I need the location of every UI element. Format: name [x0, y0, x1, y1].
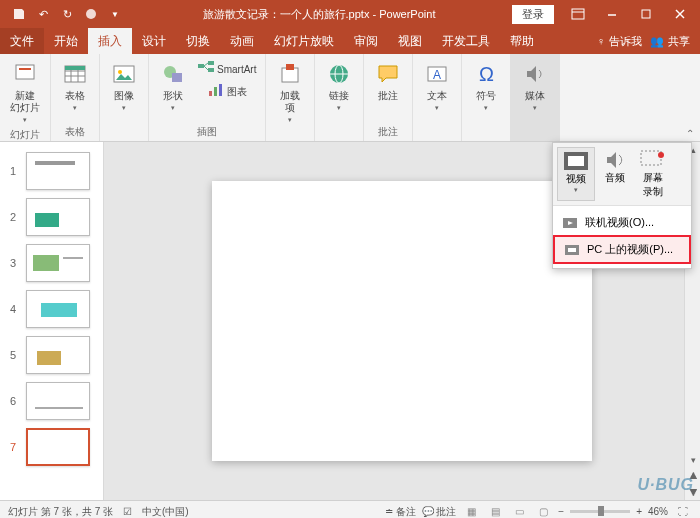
- slideshow-view-icon[interactable]: ▢: [534, 504, 552, 519]
- media-button[interactable]: 媒体 ▾: [517, 58, 553, 114]
- tab-review[interactable]: 审阅: [344, 28, 388, 54]
- slide-thumbnails[interactable]: 1 2 3 4 5 6 7: [0, 142, 104, 500]
- tab-animations[interactable]: 动画: [220, 28, 264, 54]
- title-bar: ↶ ↻ ▼ 旅游散文记录：一个人的旅行.pptx - PowerPoint 登录: [0, 0, 700, 28]
- thumbnail-4[interactable]: 4: [0, 286, 103, 332]
- reading-view-icon[interactable]: ▭: [510, 504, 528, 519]
- login-button[interactable]: 登录: [512, 5, 554, 24]
- scroll-down-icon[interactable]: ▾: [685, 452, 700, 468]
- chevron-down-icon: ▾: [484, 104, 488, 112]
- status-bar: 幻灯片 第 7 张，共 7 张 ☑ 中文(中国) ≐ 备注 💬 批注 ▦ ▤ ▭…: [0, 500, 700, 518]
- pc-video-icon: [565, 243, 581, 257]
- thumbnail-2[interactable]: 2: [0, 194, 103, 240]
- maximize-icon[interactable]: [630, 2, 662, 26]
- smartart-icon: [198, 61, 214, 79]
- svg-rect-38: [641, 151, 661, 165]
- pc-video-item[interactable]: PC 上的视频(P)...: [553, 235, 691, 264]
- video-button[interactable]: 视频 ▾: [557, 147, 595, 201]
- table-button[interactable]: 表格 ▾: [57, 58, 93, 114]
- language-indicator[interactable]: 中文(中国): [142, 505, 189, 519]
- chart-button[interactable]: 图表: [195, 82, 259, 102]
- shapes-button[interactable]: 形状 ▾: [155, 58, 191, 114]
- zoom-out-button[interactable]: −: [558, 506, 564, 517]
- redo-icon[interactable]: ↻: [56, 3, 78, 25]
- zoom-in-button[interactable]: +: [636, 506, 642, 517]
- comment-button[interactable]: 批注: [370, 58, 406, 104]
- image-button[interactable]: 图像 ▾: [106, 58, 142, 114]
- tab-view[interactable]: 视图: [388, 28, 432, 54]
- new-slide-button[interactable]: 新建 幻灯片 ▾: [6, 58, 44, 126]
- svg-rect-7: [16, 65, 34, 79]
- thumbnail-6[interactable]: 6: [0, 378, 103, 424]
- svg-rect-25: [214, 87, 217, 96]
- normal-view-icon[interactable]: ▦: [462, 504, 480, 519]
- fit-to-window-icon[interactable]: ⛶: [674, 504, 692, 519]
- tab-insert[interactable]: 插入: [88, 28, 132, 54]
- symbol-icon: Ω: [472, 60, 500, 88]
- start-icon[interactable]: [80, 3, 102, 25]
- speaker-icon: [521, 60, 549, 88]
- tab-slideshow[interactable]: 幻灯片放映: [264, 28, 344, 54]
- zoom-slider[interactable]: [570, 510, 630, 513]
- tab-transitions[interactable]: 切换: [176, 28, 220, 54]
- undo-icon[interactable]: ↶: [32, 3, 54, 25]
- tab-home[interactable]: 开始: [44, 28, 88, 54]
- slide-canvas[interactable]: [212, 181, 592, 461]
- svg-point-39: [658, 152, 664, 158]
- qat-dropdown-icon[interactable]: ▼: [104, 3, 126, 25]
- window-controls: 登录: [512, 2, 700, 26]
- symbol-button[interactable]: Ω 符号 ▾: [468, 58, 504, 114]
- tell-me-search[interactable]: ♀告诉我: [597, 34, 642, 49]
- save-icon[interactable]: [8, 3, 30, 25]
- share-button[interactable]: 👥共享: [650, 34, 690, 49]
- tab-file[interactable]: 文件: [0, 28, 44, 54]
- group-addins: 加载 项 ▾: [266, 54, 315, 141]
- chevron-down-icon: ▾: [288, 116, 292, 124]
- textbox-button[interactable]: A 文本 ▾: [419, 58, 455, 114]
- chevron-down-icon: ▾: [122, 104, 126, 112]
- minimize-icon[interactable]: [596, 2, 628, 26]
- notes-button[interactable]: ≐ 备注: [385, 505, 416, 519]
- tab-developer[interactable]: 开发工具: [432, 28, 500, 54]
- chevron-down-icon: ▾: [435, 104, 439, 112]
- group-symbols: Ω 符号 ▾: [462, 54, 511, 141]
- thumbnail-5[interactable]: 5: [0, 332, 103, 378]
- media-dropdown-menu: 视频 ▾ 音频 屏幕 录制 联机视频(O)... PC 上的视频(P)...: [552, 142, 692, 269]
- thumbnail-7[interactable]: 7: [0, 424, 103, 470]
- sorter-view-icon[interactable]: ▤: [486, 504, 504, 519]
- chevron-down-icon: ▾: [23, 116, 27, 124]
- zoom-level[interactable]: 46%: [648, 506, 668, 517]
- slide-counter[interactable]: 幻灯片 第 7 张，共 7 张: [8, 505, 113, 519]
- svg-rect-4: [642, 10, 650, 18]
- group-slides: 新建 幻灯片 ▾ 幻灯片: [0, 54, 51, 141]
- lightbulb-icon: ♀: [597, 35, 605, 47]
- chevron-down-icon: ▾: [171, 104, 175, 112]
- collapse-ribbon-icon[interactable]: ⌃: [686, 128, 694, 139]
- link-icon: [325, 60, 353, 88]
- group-media: 媒体 ▾: [511, 54, 560, 141]
- comments-button[interactable]: 💬 批注: [422, 505, 457, 519]
- chart-icon: [208, 83, 224, 101]
- link-button[interactable]: 链接 ▾: [321, 58, 357, 114]
- audio-button[interactable]: 音频: [597, 147, 633, 201]
- film-icon: [562, 150, 590, 172]
- svg-rect-1: [572, 9, 584, 19]
- thumbnail-1[interactable]: 1: [0, 148, 103, 194]
- svg-point-16: [118, 70, 122, 74]
- group-comments: 批注 批注: [364, 54, 413, 141]
- ribbon-options-icon[interactable]: [562, 2, 594, 26]
- tab-design[interactable]: 设计: [132, 28, 176, 54]
- addins-button[interactable]: 加载 项 ▾: [272, 58, 308, 126]
- spell-check-icon[interactable]: ☑: [123, 506, 132, 517]
- audio-icon: [601, 149, 629, 171]
- document-title: 旅游散文记录：一个人的旅行.pptx - PowerPoint: [126, 7, 512, 22]
- smartart-button[interactable]: SmartArt: [195, 60, 259, 80]
- svg-rect-28: [286, 64, 294, 70]
- picture-icon: [110, 60, 138, 88]
- close-icon[interactable]: [664, 2, 696, 26]
- online-video-item[interactable]: 联机视频(O)...: [553, 210, 691, 235]
- watermark: U·BUG: [637, 476, 694, 494]
- thumbnail-3[interactable]: 3: [0, 240, 103, 286]
- screen-recording-button[interactable]: 屏幕 录制: [635, 147, 671, 201]
- tab-help[interactable]: 帮助: [500, 28, 544, 54]
